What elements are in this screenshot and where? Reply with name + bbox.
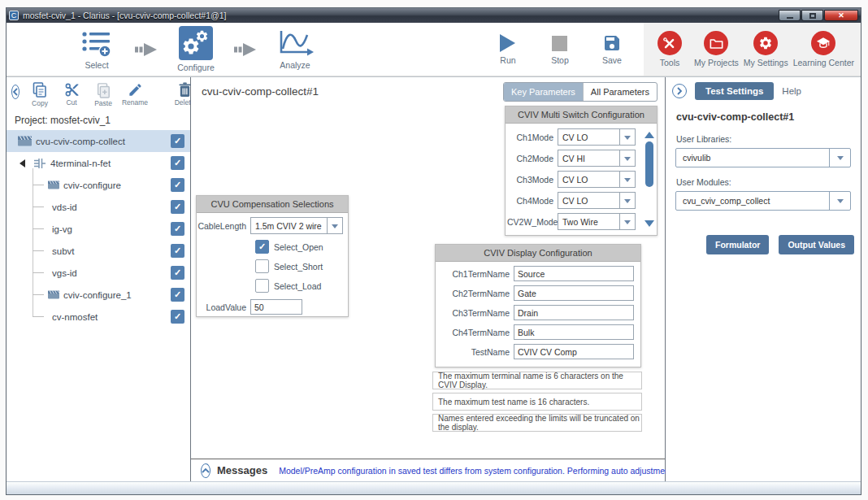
copy-button[interactable]: Copy [28, 82, 51, 107]
tree-item-checkbox[interactable] [171, 200, 184, 214]
ch2mode-dropdown[interactable]: CV HI [558, 150, 636, 167]
stop-button[interactable]: Stop [541, 34, 579, 65]
tree-item-checkbox[interactable] [171, 156, 184, 170]
tab-test-settings[interactable]: Test Settings [695, 82, 774, 100]
cablelength-dropdown[interactable]: 1.5m CVIV 2 wire [250, 217, 343, 234]
select-load-label: Select_Load [274, 281, 321, 291]
tree-item-checkbox[interactable] [171, 244, 184, 258]
tree-item-subvt[interactable]: subvt [7, 240, 190, 262]
tab-all-parameters[interactable]: All Parameters [583, 83, 657, 101]
cv2w-mode-label: CV2W_Mode [507, 217, 558, 227]
tree-item-cv-nmosfet[interactable]: cv-nmosfet [7, 306, 190, 328]
tree-item-checkbox[interactable] [171, 222, 184, 236]
select-load-checkbox[interactable] [255, 279, 269, 293]
select-open-checkbox[interactable] [255, 240, 269, 254]
tree-item-label: cvu-cviv-comp-collect [36, 137, 125, 146]
dropdown-arrow-icon[interactable] [619, 150, 635, 166]
tab-key-parameters[interactable]: Key Parameters [504, 83, 583, 101]
messages-collapse-button[interactable] [201, 463, 210, 478]
tab-help[interactable]: Help [782, 86, 801, 96]
tree-item-checkbox[interactable] [171, 178, 184, 192]
tree-item-checkbox[interactable] [171, 310, 184, 324]
copy-icon [32, 82, 48, 98]
right-panel-title: cvu-cviv-comp-collect#1 [666, 103, 861, 124]
scroll-down-icon[interactable] [644, 220, 654, 232]
loadvalue-input[interactable] [250, 299, 302, 315]
ch2termname-input[interactable] [514, 285, 634, 301]
close-button[interactable]: ✕ [824, 10, 858, 21]
chevron-up-icon [202, 467, 210, 474]
configure-step-button[interactable]: Configure [169, 26, 223, 72]
tree-item-ig-vg[interactable]: ig-vg [7, 218, 190, 240]
configure-step-label: Configure [177, 63, 215, 72]
project-tree: cvu-cviv-comp-collect 4terminal-n-fet cv… [7, 130, 190, 481]
dropdown-arrow-icon[interactable] [619, 129, 635, 145]
output-values-button[interactable]: Output Values [779, 235, 854, 254]
collapse-sidebar-button[interactable] [11, 85, 20, 99]
select-short-checkbox[interactable] [255, 259, 269, 273]
scroll-thumb[interactable] [645, 141, 653, 187]
panel-title: CVU Compensation Selections [197, 196, 348, 213]
tools-button[interactable]: Tools [650, 31, 689, 67]
dropdown-arrow-icon[interactable] [619, 214, 635, 229]
tree-connector [33, 228, 44, 229]
test-title: cvu-cviv-comp-collect#1 [202, 85, 319, 98]
rename-button[interactable]: Rename [124, 82, 146, 107]
panel-scrollbar[interactable] [644, 127, 655, 232]
cablelength-label: CableLength [197, 221, 250, 231]
user-libraries-dropdown[interactable]: cvivulib [675, 148, 851, 167]
my-settings-button[interactable]: My Settings [744, 31, 788, 67]
dropdown-arrow-icon[interactable] [619, 193, 635, 208]
tree-item-label: vgs-id [52, 268, 77, 278]
dropdown-arrow-icon[interactable] [327, 218, 342, 233]
run-button[interactable]: Run [489, 33, 527, 65]
learning-center-label: Learning Center [793, 58, 854, 67]
ch3mode-dropdown[interactable]: CV LO [558, 171, 636, 188]
tree-item-cviv-configure_1[interactable]: cviv-configure_1 [7, 284, 190, 306]
scroll-up-icon[interactable] [644, 127, 654, 138]
pencil-icon [128, 82, 143, 98]
tree-item-vgs-id[interactable]: vgs-id [7, 262, 190, 284]
tree-item-4terminal-n-fet[interactable]: 4terminal-n-fet [7, 152, 190, 174]
ch4termname-input[interactable] [514, 324, 634, 340]
select-step-button[interactable]: Select [70, 28, 124, 70]
paste-button[interactable]: Paste [92, 82, 115, 107]
my-projects-button[interactable]: My Projects [694, 31, 739, 67]
formulator-button[interactable]: Formulator [706, 235, 769, 254]
ch1termname-input[interactable] [514, 266, 634, 281]
tree-item-vds-id[interactable]: vds-id [7, 196, 190, 218]
stop-label: Stop [551, 55, 569, 65]
cv2w-mode-dropdown[interactable]: Two Wire [558, 213, 636, 230]
tree-item-label: cviv-configure [63, 180, 121, 190]
ch1termname-label: Ch1TermName [436, 269, 514, 279]
configure-workspace: cvu-cviv-comp-collect#1 Key Parameters A… [191, 77, 666, 481]
main-toolbar: Select Configure [7, 23, 861, 76]
user-libraries-label: User Libraries: [666, 124, 861, 146]
ch1mode-dropdown[interactable]: CV LO [558, 128, 636, 146]
save-button[interactable]: Save [593, 33, 631, 65]
tree-item-checkbox[interactable] [171, 266, 184, 280]
dropdown-arrow-icon[interactable] [829, 149, 850, 167]
expand-panel-button[interactable] [672, 84, 687, 98]
user-modules-dropdown[interactable]: cvu_cviv_comp_collect [675, 191, 851, 211]
collapse-triangle-icon[interactable] [20, 159, 25, 167]
cvu-compensation-panel: CVU Compensation Selections CableLength … [196, 195, 349, 317]
learning-center-button[interactable]: Learning Center [793, 31, 854, 67]
dropdown-arrow-icon[interactable] [619, 172, 635, 187]
tree-item-cviv-configure[interactable]: cviv-configure [7, 174, 190, 196]
dropdown-arrow-icon[interactable] [829, 192, 850, 210]
ch4mode-dropdown[interactable]: CV LO [558, 192, 636, 209]
tools-label: Tools [660, 58, 680, 67]
tree-item-checkbox[interactable] [171, 288, 184, 302]
minimize-button[interactable] [779, 10, 801, 21]
tree-item-checkbox[interactable] [171, 134, 184, 148]
run-icon [500, 34, 515, 52]
ch3termname-input[interactable] [514, 305, 634, 320]
cut-button[interactable]: Cut [60, 82, 83, 107]
tree-connector [33, 185, 44, 185]
testname-input[interactable] [514, 344, 634, 359]
maximize-icon [809, 13, 816, 19]
analyze-step-button[interactable]: Analyze [268, 28, 322, 70]
tree-item-cvu-cviv-comp-collect[interactable]: cvu-cviv-comp-collect [7, 130, 190, 152]
maximize-button[interactable] [801, 10, 823, 21]
